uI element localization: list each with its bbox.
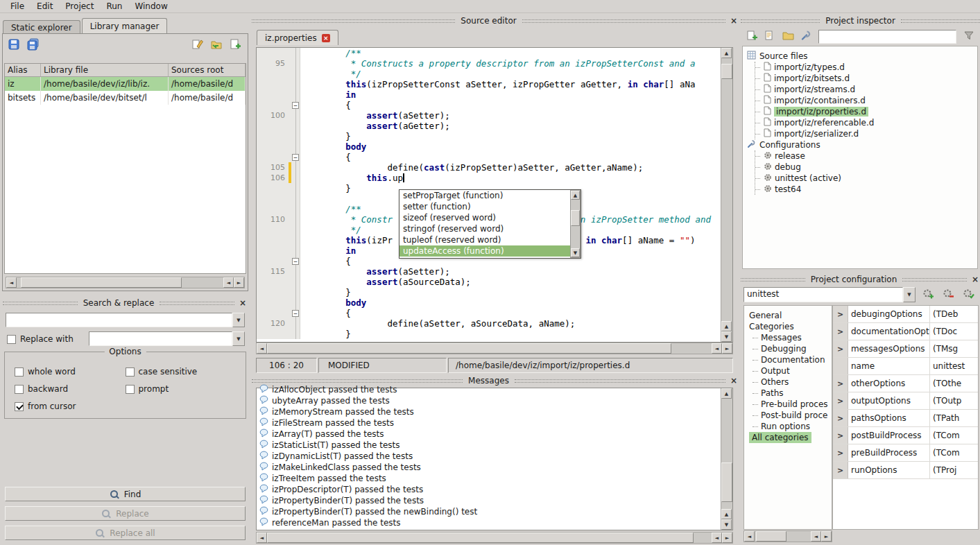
code-line-120[interactable]: 120 define(aSetter, aSourceData, aName);: [257, 318, 732, 329]
expand-icon[interactable]: >: [837, 397, 843, 406]
property-row-otheroptions[interactable]: > otherOptions (TOthe: [833, 375, 978, 392]
replace-all-button[interactable]: Replace all: [5, 526, 246, 540]
code-line-96[interactable]: */: [257, 69, 732, 79]
scrollbar-track[interactable]: [17, 277, 223, 288]
code-line-99[interactable]: − {: [257, 100, 732, 110]
scrollbar-track[interactable]: [267, 533, 712, 543]
scrollbar-track[interactable]: [571, 200, 580, 248]
message-item[interactable]: izPropDescriptor(T) passed the tests: [257, 484, 732, 495]
message-item[interactable]: izStaticList(T) passed the tests: [257, 440, 732, 451]
message-item[interactable]: izArray(T) passed the tests: [257, 429, 732, 440]
code-line-95[interactable]: 95 * Constructs a property descriptor fr…: [257, 58, 732, 69]
property-row-messagesoptions[interactable]: > messagesOptions (TMsg: [833, 340, 978, 358]
code-line-106[interactable]: 106 this.up: [257, 173, 732, 183]
find-button[interactable]: Find: [5, 487, 246, 501]
configuration-select[interactable]: unittest ▼: [743, 287, 915, 302]
messages-horizontal-scrollbar[interactable]: ◄ ◄►: [256, 532, 733, 544]
checkbox-icon[interactable]: [15, 402, 24, 411]
message-item[interactable]: izMemoryStream passed the tests: [257, 406, 732, 417]
code-line-98[interactable]: in: [257, 89, 732, 100]
menu-edit[interactable]: Edit: [31, 1, 59, 12]
menu-project[interactable]: Project: [59, 1, 100, 12]
close-search-panel-icon[interactable]: ×: [238, 298, 248, 308]
scrollbar-thumb[interactable]: [721, 64, 732, 80]
completion-item-stringof-reserved-word[interactable]: stringof (reserved word): [399, 223, 570, 234]
save-all-button[interactable]: [25, 37, 42, 53]
tree-item-import-iz-bitsets-d[interactable]: import/iz/bitsets.d: [755, 73, 977, 84]
column-header-alias[interactable]: Alias: [5, 64, 41, 76]
message-item[interactable]: izDynamicList(T) passed the tests: [257, 451, 732, 462]
fold-collapse-icon[interactable]: −: [292, 310, 299, 317]
checkbox-icon[interactable]: [15, 367, 24, 377]
library-horizontal-scrollbar[interactable]: ◄ ◄►: [6, 277, 245, 288]
tab-library-manager[interactable]: Library manager: [82, 18, 168, 33]
expand-icon[interactable]: >: [837, 449, 843, 458]
close-configuration-icon[interactable]: ×: [970, 275, 980, 284]
option-case-sensitive[interactable]: case sensitive: [126, 366, 237, 377]
scrollbar-thumb[interactable]: [267, 343, 671, 354]
scrollbar-track[interactable]: [721, 399, 732, 509]
code-line-115[interactable]: 115 assert(aSetter);: [257, 266, 732, 277]
property-row-debugingoptions[interactable]: > debugingOptions (TDeb: [833, 306, 978, 323]
scroll-back-button[interactable]: ◄: [223, 277, 234, 288]
property-row-outputoptions[interactable]: > outputOptions (TOutp: [833, 392, 978, 410]
message-item[interactable]: izPropertyBinder(T) passed the newBindin…: [257, 506, 732, 517]
category-documentation[interactable]: Documentation: [744, 354, 832, 365]
tree-item-release[interactable]: release: [755, 150, 977, 162]
expand-icon[interactable]: >: [837, 379, 843, 388]
category-post-build-proce[interactable]: Post-build proce: [744, 410, 832, 421]
search-input-text[interactable]: [6, 313, 232, 327]
scroll-end-button[interactable]: ►: [722, 343, 732, 354]
category-output[interactable]: Output: [744, 365, 832, 377]
code-line-121[interactable]: }: [257, 329, 732, 339]
editor-horizontal-scrollbar[interactable]: ◄ ◄►: [256, 343, 733, 354]
tools-button[interactable]: [798, 29, 814, 44]
replace-dropdown-icon[interactable]: ▼: [232, 331, 245, 346]
expand-icon[interactable]: >: [837, 310, 843, 319]
scroll-back-button[interactable]: ◄: [811, 531, 821, 542]
code-line-103[interactable]: body: [257, 141, 732, 152]
scroll-end-button[interactable]: ▼: [721, 519, 732, 530]
scroll-start-button[interactable]: ▲: [721, 48, 732, 58]
code-line-119[interactable]: − {: [257, 308, 732, 318]
completion-item-setter-function[interactable]: setter (function): [399, 201, 570, 212]
save-button[interactable]: [6, 37, 22, 53]
tree-item-import-iz-serializer-d[interactable]: import/iz/serializer.d: [755, 128, 977, 139]
scroll-start-button[interactable]: ▲: [571, 191, 580, 200]
message-item[interactable]: izFileStream passed the tests: [257, 417, 732, 429]
menu-run[interactable]: Run: [100, 1, 128, 12]
code-line-117[interactable]: }: [257, 287, 732, 297]
tree-item-unittest-active[interactable]: unittest (active): [755, 173, 977, 184]
close-tab-icon[interactable]: ×: [322, 34, 330, 42]
add-config-button[interactable]: [920, 287, 936, 302]
tab-static-explorer[interactable]: Static explorer: [3, 20, 80, 34]
category-paths[interactable]: Paths: [744, 388, 832, 399]
code-editor[interactable]: /** 95 * Constructs a property descripto…: [256, 47, 733, 343]
column-header-sources-root[interactable]: Sources root: [169, 64, 246, 76]
scroll-end-button[interactable]: ▼: [571, 248, 580, 257]
property-row-pathsoptions[interactable]: > pathsOptions (TPath: [833, 410, 978, 427]
message-item[interactable]: referenceMan passed the tests: [257, 517, 732, 528]
category-pre-build-proces[interactable]: Pre-build proces: [744, 399, 832, 410]
messages-vertical-scrollbar[interactable]: ▲ ▲▼: [721, 388, 732, 530]
tree-item-import-iz-streams-d[interactable]: import/iz/streams.d: [755, 84, 977, 95]
message-item[interactable]: izAllocObject passed the tests: [257, 384, 732, 395]
message-item[interactable]: ubyteArray passed the tests: [257, 395, 732, 406]
message-item[interactable]: izTreeItem passed the tests: [257, 473, 732, 484]
property-row-prebuildprocess[interactable]: > preBuildProcess (TCom: [833, 444, 978, 462]
scroll-start-button[interactable]: ◄: [257, 533, 267, 543]
checkbox-icon[interactable]: [126, 367, 135, 377]
close-source-editor-icon[interactable]: ×: [729, 16, 739, 26]
code-line-97[interactable]: this(izPropSetterConst aSetter, izPropGe…: [257, 79, 732, 89]
scroll-start-button[interactable]: ◄: [257, 343, 267, 354]
expand-icon[interactable]: >: [837, 431, 843, 440]
scroll-end-button[interactable]: ►: [234, 277, 244, 288]
tab-iz-properties[interactable]: iz.properties ×: [257, 30, 338, 45]
code-line-104[interactable]: − {: [257, 152, 732, 162]
completion-item-sizeof-reserved-word[interactable]: sizeof (reserved word): [399, 212, 570, 223]
completion-scrollbar[interactable]: ▲ ▼: [570, 190, 581, 258]
search-dropdown-icon[interactable]: ▼: [232, 313, 245, 327]
property-row-name[interactable]: name unittest: [833, 358, 978, 375]
add-library-button[interactable]: [227, 37, 243, 53]
option-prompt[interactable]: prompt: [126, 383, 237, 395]
